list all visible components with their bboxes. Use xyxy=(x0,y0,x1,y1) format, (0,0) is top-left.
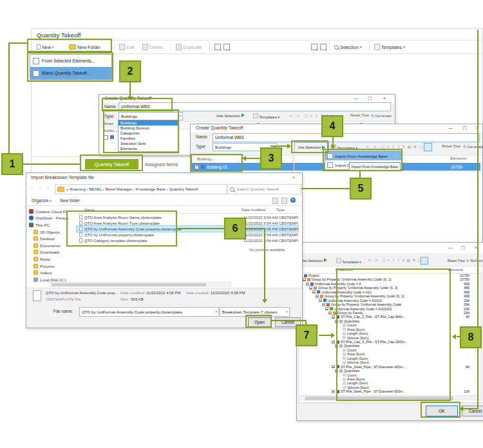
expand-all-icon[interactable] xyxy=(311,44,317,50)
view-icon[interactable] xyxy=(272,198,278,204)
new-folder-button[interactable]: New folder xyxy=(60,198,80,203)
arrowhead xyxy=(331,333,335,338)
sidebar-item[interactable]: Music xyxy=(29,256,75,263)
duplicate-button[interactable]: Duplicate xyxy=(176,42,202,51)
collapse-all-icon[interactable] xyxy=(320,44,327,50)
sidebar-item[interactable]: Videos xyxy=(29,269,75,276)
horizontal-scrollbar[interactable] xyxy=(49,282,231,286)
delete-button[interactable]: Delete xyxy=(142,42,162,51)
expand-icon[interactable] xyxy=(325,307,328,310)
chevron-down-icon: ▾ xyxy=(215,308,217,316)
expand-icon[interactable] xyxy=(312,290,316,294)
templates-dropdown[interactable]: Templates ▾ xyxy=(336,258,361,264)
cancel-button[interactable]: Cancel xyxy=(462,406,483,416)
step-1-badge: 1 xyxy=(1,153,23,175)
chevron-down-icon: ▾ xyxy=(278,115,280,119)
name-input[interactable]: Uniformat WBS xyxy=(213,133,480,142)
minimize-icon[interactable]: — xyxy=(448,245,453,250)
generate-radio[interactable]: ↻ Generate xyxy=(463,144,483,149)
edit-button[interactable]: Edit xyxy=(119,42,134,51)
step-8-badge: 8 xyxy=(460,326,482,348)
search-input[interactable]: Search Quantity Takeoff xyxy=(227,184,301,194)
minimize-icon[interactable]: — xyxy=(354,96,358,100)
reset-tree-button[interactable]: Reset Tree xyxy=(448,259,465,263)
templates-icon xyxy=(336,258,341,263)
expand-icon[interactable] xyxy=(309,286,312,290)
preview-pane-icon[interactable] xyxy=(281,198,287,204)
reset-tree-button[interactable]: Reset Tree xyxy=(350,113,369,117)
sidebar-item[interactable]: Pictures xyxy=(29,263,75,270)
reset-tree-button[interactable]: Reset Tree xyxy=(442,144,460,148)
expand-tree-icon[interactable] xyxy=(214,44,221,50)
expand-icon[interactable] xyxy=(303,278,306,281)
arrowhead xyxy=(128,97,133,100)
help-icon[interactable]: ? xyxy=(290,198,296,203)
breakdown-view-icon[interactable] xyxy=(424,143,432,151)
chevron-down-icon: ▾ xyxy=(286,308,288,316)
chevron-down-icon: ▾ xyxy=(403,45,405,49)
maximize-icon[interactable]: ▢ xyxy=(461,245,466,250)
back-icon[interactable]: ← xyxy=(30,185,35,190)
tree-node-icon xyxy=(320,295,323,298)
connector xyxy=(359,171,361,178)
generate-radio[interactable]: ↻ Generate xyxy=(371,113,392,118)
highlight-file-names xyxy=(66,210,177,247)
type-column-header[interactable]: Type xyxy=(276,208,285,212)
organize-dropdown[interactable]: Organize ▾ xyxy=(32,198,52,203)
sidebar-item-icon xyxy=(33,264,38,268)
highlight-templates-menu xyxy=(323,149,402,171)
collapse-tree-icon[interactable] xyxy=(223,44,230,50)
arrowhead xyxy=(287,144,291,149)
breakdown-toolbar-icons[interactable]: ≺· ≻· ▢ × ⇩ ⇧ ≡ ▤ ⚙ ▢ xyxy=(368,258,422,262)
expand-icon[interactable] xyxy=(322,303,325,306)
connector xyxy=(301,188,350,189)
refresh-button[interactable]: ↻ Refresh xyxy=(466,259,482,263)
connector xyxy=(8,42,10,153)
expand-icon[interactable] xyxy=(328,312,332,315)
sidebar-item-icon xyxy=(29,209,33,214)
templates-dropdown[interactable]: Templates ▾ xyxy=(374,42,404,51)
arrowhead xyxy=(459,406,463,411)
dialog-titlebar: Import Breakdown Template file × xyxy=(26,173,302,183)
connector xyxy=(246,158,260,159)
file-name-combo[interactable]: QTO by UniFormat Assembly Code property.… xyxy=(79,307,219,317)
expand-icon[interactable] xyxy=(306,283,309,286)
detail-file-title: QTO by UniFormat Assembly Code prop... xyxy=(46,291,118,295)
use-selection-button[interactable]: Use Selection xyxy=(216,113,245,118)
generate-icon: ↻ xyxy=(371,114,374,118)
connector xyxy=(319,335,332,336)
selection-dropdown[interactable]: Selection ▾ xyxy=(334,42,361,51)
step-4-badge: 4 xyxy=(321,115,343,137)
use-selection-button[interactable]: Use Selection xyxy=(301,258,327,263)
connector xyxy=(477,30,478,326)
connector xyxy=(23,163,80,165)
expand-icon[interactable] xyxy=(332,315,335,319)
expand-icon[interactable] xyxy=(332,341,335,344)
maximize-icon[interactable]: ▢ xyxy=(368,96,372,101)
tab-assigned-items[interactable]: Assigned Items xyxy=(145,162,178,167)
connector xyxy=(457,336,460,337)
sidebar-item[interactable]: Downloads xyxy=(29,249,75,256)
arrowhead xyxy=(452,334,456,339)
forward-icon[interactable]: → xyxy=(38,185,43,190)
breakdown-toolbar-icons[interactable]: ≺· ≻· ▢ × ⇩ ⇧ ≡ ▤ ⚙ ▢ xyxy=(366,144,424,149)
date-column-header[interactable]: Date modified xyxy=(242,208,265,212)
up-icon[interactable]: ↑ xyxy=(47,185,49,190)
address-bar[interactable]: « Roaming › BEXEL › Bexel Manager › Know… xyxy=(55,184,227,194)
close-icon[interactable]: × xyxy=(292,175,295,180)
expand-icon[interactable] xyxy=(316,295,319,298)
breakdown-view-icon[interactable] xyxy=(421,257,428,265)
minimize-icon[interactable]: — xyxy=(448,126,453,130)
close-icon[interactable]: × xyxy=(383,96,386,100)
maximize-icon[interactable]: ▢ xyxy=(462,126,467,131)
elements-column-header[interactable]: Elements xyxy=(450,156,466,160)
expand-icon[interactable] xyxy=(332,390,335,393)
search-icon xyxy=(230,187,234,192)
expand-icon[interactable] xyxy=(319,299,322,302)
tree-node-icon xyxy=(314,286,317,290)
panel-title: Quantity Takeoff xyxy=(37,32,80,39)
templates-dropdown[interactable]: Templates ▾ xyxy=(253,113,279,119)
expand-icon[interactable] xyxy=(332,365,335,368)
step-7-badge: 7 xyxy=(296,324,317,346)
sidebar-item-icon xyxy=(33,277,38,282)
